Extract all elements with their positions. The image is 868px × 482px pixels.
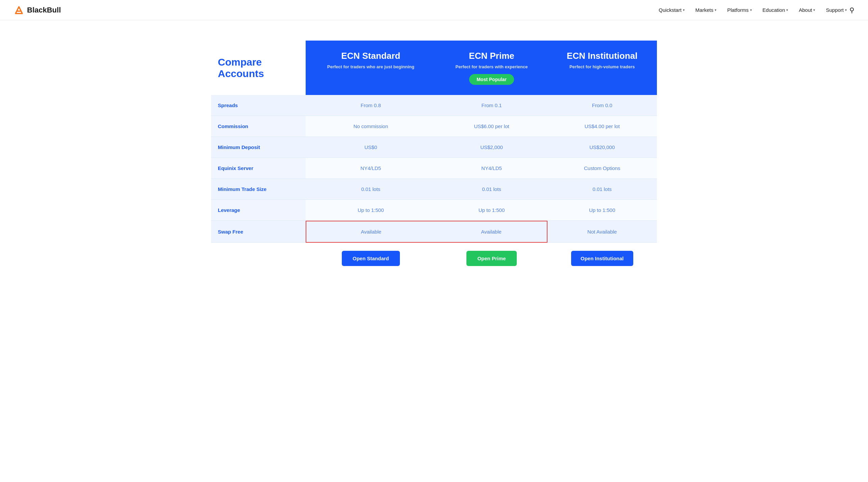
nav-item-platforms[interactable]: Platforms ▾: [727, 7, 751, 13]
min-deposit-standard: US$0: [306, 137, 436, 158]
equinix-institutional: Custom Options: [547, 158, 657, 179]
ecn-prime-desc: Perfect for traders with experience: [444, 64, 539, 70]
navbar: BlackBull Quickstart ▾ Markets ▾ Platfor…: [0, 0, 868, 20]
leverage-standard: Up to 1:500: [306, 200, 436, 221]
nav-item-quickstart[interactable]: Quickstart ▾: [659, 7, 685, 13]
commission-prime: US$6.00 per lot: [436, 116, 547, 137]
row-equinix: Equinix Server NY4/LD5 NY4/LD5 Custom Op…: [211, 158, 657, 179]
open-standard-button[interactable]: Open Standard: [342, 251, 400, 266]
feature-equinix: Equinix Server: [211, 158, 306, 179]
row-min-deposit: Minimum Deposit US$0 US$2,000 US$20,000: [211, 137, 657, 158]
compare-title: Compare Accounts: [218, 56, 264, 79]
compare-title-cell: Compare Accounts: [211, 41, 306, 95]
header-ecn-standard: ECN Standard Perfect for traders who are…: [306, 41, 436, 95]
nav-links: Quickstart ▾ Markets ▾ Platforms ▾ Educa…: [659, 7, 847, 13]
header-row: Compare Accounts ECN Standard Perfect fo…: [211, 41, 657, 95]
ecn-standard-desc: Perfect for traders who are just beginni…: [314, 64, 428, 70]
spreads-institutional: From 0.0: [547, 95, 657, 116]
equinix-prime: NY4/LD5: [436, 158, 547, 179]
min-deposit-institutional: US$20,000: [547, 137, 657, 158]
brand-logo[interactable]: BlackBull: [14, 5, 61, 16]
main-content: Compare Accounts ECN Standard Perfect fo…: [198, 20, 670, 293]
header-ecn-prime: ECN Prime Perfect for traders with exper…: [436, 41, 547, 95]
swap-free-standard: Available: [306, 221, 436, 243]
min-trade-prime: 0.01 lots: [436, 179, 547, 200]
spreads-prime: From 0.1: [436, 95, 547, 116]
row-swap-free: Swap Free Available Available Not Availa…: [211, 221, 657, 243]
ecn-prime-name: ECN Prime: [444, 51, 539, 61]
nav-item-about[interactable]: About ▾: [799, 7, 815, 13]
svg-marker-0: [16, 7, 22, 14]
nav-item-education[interactable]: Education ▾: [763, 7, 788, 13]
commission-standard: No commission: [306, 116, 436, 137]
equinix-standard: NY4/LD5: [306, 158, 436, 179]
logo-icon: [14, 5, 24, 16]
ecn-standard-name: ECN Standard: [314, 51, 428, 61]
nav-item-markets[interactable]: Markets ▾: [695, 7, 716, 13]
buttons-row: Open Standard Open Prime Open Institutio…: [211, 243, 657, 266]
feature-spreads: Spreads: [211, 95, 306, 116]
row-commission: Commission No commission US$6.00 per lot…: [211, 116, 657, 137]
feature-leverage: Leverage: [211, 200, 306, 221]
commission-institutional: US$4.00 per lot: [547, 116, 657, 137]
open-institutional-button[interactable]: Open Institutional: [571, 251, 633, 266]
ecn-institutional-name: ECN Institutional: [556, 51, 649, 61]
most-popular-badge: Most Popular: [469, 74, 514, 85]
open-prime-cell: Open Prime: [436, 243, 547, 266]
feature-commission: Commission: [211, 116, 306, 137]
compare-table: Compare Accounts ECN Standard Perfect fo…: [211, 41, 657, 266]
search-icon[interactable]: ⚲: [849, 6, 854, 14]
feature-min-deposit: Minimum Deposit: [211, 137, 306, 158]
brand-name: BlackBull: [27, 6, 61, 15]
open-standard-cell: Open Standard: [306, 243, 436, 266]
row-leverage: Leverage Up to 1:500 Up to 1:500 Up to 1…: [211, 200, 657, 221]
row-min-trade: Minimum Trade Size 0.01 lots 0.01 lots 0…: [211, 179, 657, 200]
leverage-prime: Up to 1:500: [436, 200, 547, 221]
leverage-institutional: Up to 1:500: [547, 200, 657, 221]
min-deposit-prime: US$2,000: [436, 137, 547, 158]
open-prime-button[interactable]: Open Prime: [466, 251, 516, 266]
swap-free-prime: Available: [436, 221, 547, 243]
swap-free-institutional: Not Available: [547, 221, 657, 243]
min-trade-institutional: 0.01 lots: [547, 179, 657, 200]
min-trade-standard: 0.01 lots: [306, 179, 436, 200]
ecn-institutional-desc: Perfect for high-volume traders: [556, 64, 649, 70]
nav-item-support[interactable]: Support ▾: [826, 7, 847, 13]
header-ecn-institutional: ECN Institutional Perfect for high-volum…: [547, 41, 657, 95]
row-spreads: Spreads From 0.8 From 0.1 From 0.0: [211, 95, 657, 116]
feature-min-trade: Minimum Trade Size: [211, 179, 306, 200]
feature-swap-free: Swap Free: [211, 221, 306, 243]
spreads-standard: From 0.8: [306, 95, 436, 116]
open-institutional-cell: Open Institutional: [547, 243, 657, 266]
buttons-label-cell: [211, 243, 306, 266]
